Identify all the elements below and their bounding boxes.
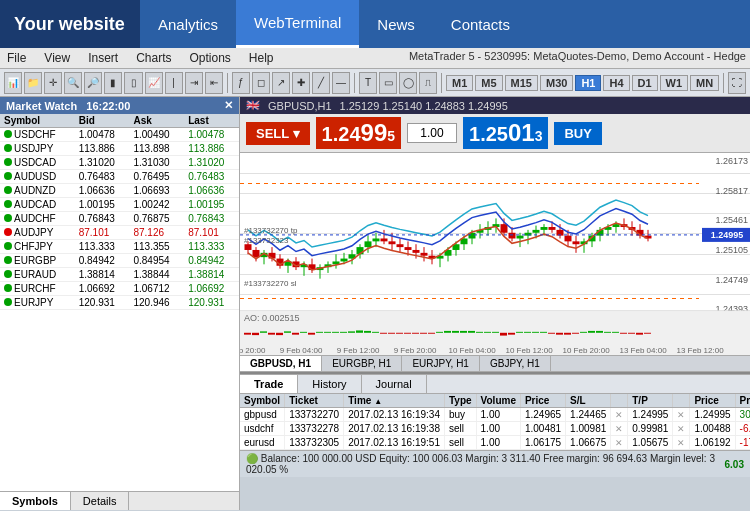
tb-zoom-in[interactable]: 🔍 [64, 72, 82, 94]
tf-h4[interactable]: H4 [603, 75, 629, 91]
chart-canvas[interactable] [240, 153, 750, 355]
sell-button[interactable]: SELL ▾ [246, 122, 310, 145]
trade-tp-x[interactable]: ✕ [673, 436, 690, 450]
trade-col-price[interactable]: Price [520, 394, 565, 408]
nav-contacts[interactable]: Contacts [433, 0, 528, 48]
tb-profiles[interactable]: 📁 [24, 72, 42, 94]
bottom-tab-history[interactable]: History [298, 375, 361, 393]
market-watch-row[interactable]: USDJPY 113.886 113.898 113.886 [0, 142, 239, 156]
market-watch-row[interactable]: EURCHF 1.06692 1.06712 1.06692 [0, 282, 239, 296]
nav-news[interactable]: News [359, 0, 433, 48]
bottom-tab-journal[interactable]: Journal [362, 375, 427, 393]
tb-indicators[interactable]: ƒ [232, 72, 250, 94]
tb-rectangle[interactable]: ▭ [379, 72, 397, 94]
trade-col-type[interactable]: Type [444, 394, 476, 408]
trade-row[interactable]: usdchf 133732278 2017.02.13 16:19:38 sel… [240, 422, 750, 436]
chart-tab-gbpusd[interactable]: GBPUSD, H1 [240, 356, 322, 371]
market-watch-row[interactable]: AUDJPY 87.101 87.126 87.101 [0, 226, 239, 240]
tb-period-sep[interactable]: | [165, 72, 183, 94]
trade-col-profit[interactable]: Profit [735, 394, 750, 408]
tb-crosshair2[interactable]: ✚ [292, 72, 310, 94]
market-watch-row[interactable]: USDCHF 1.00478 1.00490 1.00478 [0, 128, 239, 142]
market-watch-row[interactable]: AUDCAD 1.00195 1.00242 1.00195 [0, 198, 239, 212]
market-watch-row[interactable]: USDCAD 1.31020 1.31030 1.31020 [0, 156, 239, 170]
lot-input[interactable] [407, 123, 457, 143]
tf-m5[interactable]: M5 [475, 75, 502, 91]
trade-row[interactable]: gbpusd 133732270 2017.02.13 16:19:34 buy… [240, 408, 750, 422]
status-bar: 🟢 Balance: 100 000.00 USD Equity: 100 00… [240, 450, 750, 477]
trade-sl-x[interactable]: ✕ [611, 408, 628, 422]
nav-webterminal[interactable]: WebTerminal [236, 0, 359, 48]
tb-text[interactable]: T [359, 72, 377, 94]
trade-col-symbol[interactable]: Symbol [240, 394, 285, 408]
trade-tp: 0.99981 [628, 422, 673, 436]
candle-chart-area[interactable] [240, 153, 750, 355]
tf-d1[interactable]: D1 [632, 75, 658, 91]
market-watch-row[interactable]: EURJPY 120.931 120.946 120.931 [0, 296, 239, 310]
trade-sl-x[interactable]: ✕ [611, 422, 628, 436]
mw-bid: 0.84942 [75, 254, 130, 268]
trade-col-ticket[interactable]: Ticket [285, 394, 344, 408]
chart-tab-eurgbp[interactable]: EURGBP, H1 [322, 356, 402, 371]
trade-col-sl[interactable]: S/L [566, 394, 611, 408]
tb-arrow[interactable]: ↗ [272, 72, 290, 94]
tb-crosshair[interactable]: ✛ [44, 72, 62, 94]
tf-w1[interactable]: W1 [660, 75, 689, 91]
tb-bar-chart[interactable]: ▮ [104, 72, 122, 94]
market-watch-row[interactable]: EURGBP 0.84942 0.84954 0.84942 [0, 254, 239, 268]
mw-ask: 1.38844 [129, 268, 184, 282]
tb-ellipse[interactable]: ◯ [399, 72, 417, 94]
trade-col-time[interactable]: Time ▲ [344, 394, 445, 408]
tf-h1[interactable]: H1 [575, 75, 601, 91]
mw-tab-details[interactable]: Details [71, 492, 130, 510]
nav-analytics[interactable]: Analytics [140, 0, 236, 48]
trade-tp: 1.24995 [628, 408, 673, 422]
tb-new-chart[interactable]: 📊 [4, 72, 22, 94]
trade-row[interactable]: eurusd 133732305 2017.02.13 16:19:51 sel… [240, 436, 750, 450]
mw-tab-symbols[interactable]: Symbols [0, 492, 71, 510]
market-watch-row[interactable]: EURAUD 1.38814 1.38844 1.38814 [0, 268, 239, 282]
trade-symbol: eurusd [240, 436, 285, 450]
trading-panel: SELL ▾ 1.24 99 5 1.25 01 3 BUY [240, 114, 750, 153]
tb-fullscreen[interactable]: ⛶ [728, 72, 746, 94]
trade-sl-x[interactable]: ✕ [611, 436, 628, 450]
market-watch-row[interactable]: AUDNZD 1.06636 1.06693 1.06636 [0, 184, 239, 198]
tf-m15[interactable]: M15 [505, 75, 538, 91]
menu-options[interactable]: Options [187, 50, 234, 66]
tb-line[interactable]: ╱ [312, 72, 330, 94]
trade-tp-x[interactable]: ✕ [673, 422, 690, 436]
chart-tab-gbpjpy[interactable]: GBJPY, H1 [480, 356, 551, 371]
trade-col-tp[interactable]: T/P [628, 394, 673, 408]
trade-col-volume[interactable]: Volume [476, 394, 520, 408]
mw-bid: 1.06636 [75, 184, 130, 198]
bottom-tab-trade[interactable]: Trade [240, 375, 298, 393]
tf-m30[interactable]: M30 [540, 75, 573, 91]
trade-ticket: 133732270 [285, 408, 344, 422]
chart-tab-eurjpy[interactable]: EURJPY, H1 [402, 356, 480, 371]
tb-line-chart[interactable]: 📈 [145, 72, 163, 94]
menu-insert[interactable]: Insert [85, 50, 121, 66]
menu-file[interactable]: File [4, 50, 29, 66]
tb-auto-scroll[interactable]: ⇥ [185, 72, 203, 94]
tb-objects[interactable]: ◻ [252, 72, 270, 94]
menu-view[interactable]: View [41, 50, 73, 66]
market-watch-row[interactable]: CHFJPY 113.333 113.355 113.333 [0, 240, 239, 254]
trade-tp-x[interactable]: ✕ [673, 408, 690, 422]
bottom-section: Trade History Journal Symbol Ticket Time… [240, 372, 750, 510]
tf-mn[interactable]: MN [690, 75, 719, 91]
tb-fib[interactable]: ⎍ [419, 72, 437, 94]
tf-m1[interactable]: M1 [446, 75, 473, 91]
menu-charts[interactable]: Charts [133, 50, 174, 66]
market-watch-row[interactable]: AUDUSD 0.76483 0.76495 0.76483 [0, 170, 239, 184]
tb-zoom-out[interactable]: 🔎 [84, 72, 102, 94]
market-watch-row[interactable]: AUDCHF 0.76843 0.76875 0.76843 [0, 212, 239, 226]
tb-candle-chart[interactable]: ▯ [124, 72, 142, 94]
market-watch-close[interactable]: ✕ [224, 99, 233, 112]
top-navigation: Your website Analytics WebTerminal News … [0, 0, 750, 48]
tb-hline[interactable]: — [332, 72, 350, 94]
tb-shift[interactable]: ⇤ [205, 72, 223, 94]
buy-button[interactable]: BUY [554, 122, 601, 145]
status-text: 🟢 Balance: 100 000.00 USD Equity: 100 00… [246, 453, 725, 475]
trade-col-curprice[interactable]: Price [690, 394, 735, 408]
menu-help[interactable]: Help [246, 50, 277, 66]
